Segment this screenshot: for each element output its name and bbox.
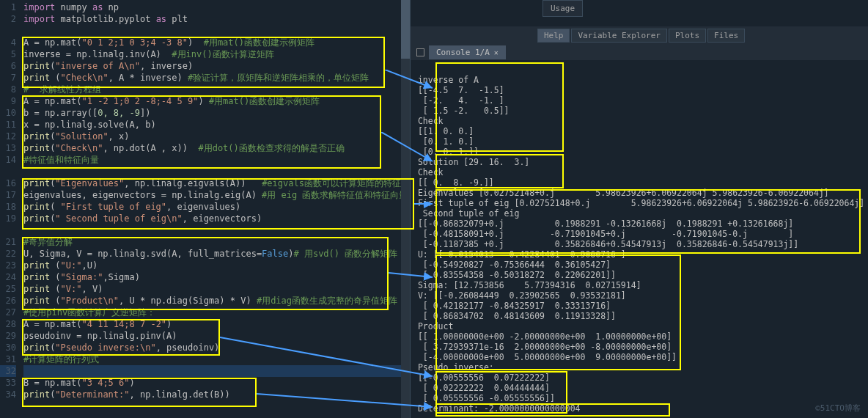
editor-pane: 1245678910111213141617181921222324252627… — [0, 0, 411, 418]
tab-plots[interactable]: Plots — [669, 29, 706, 43]
tab-help[interactable]: Help — [537, 29, 570, 43]
panel-tabs: Help Variable Explorer Plots Files — [411, 26, 868, 44]
watermark: ©51CTO博客 — [815, 403, 861, 414]
console-output[interactable]: inverse of A [[-4.5 7. -1.5] [-2. 4. -1.… — [411, 60, 868, 418]
code-content[interactable]: import numpy as np import matplotlib.pyp… — [21, 1, 410, 400]
usage-label: Usage — [542, 0, 583, 17]
tab-variable-explorer[interactable]: Variable Explorer — [571, 29, 667, 43]
line-gutter: 1245678910111213141617181921222324252627… — [0, 1, 21, 400]
console-tabbar: Console 1/A✕ — [411, 44, 868, 60]
console-restore-icon[interactable] — [416, 48, 424, 56]
tab-files[interactable]: Files — [707, 29, 745, 43]
console-tab[interactable]: Console 1/A✕ — [429, 45, 506, 59]
editor-scrollbar[interactable] — [401, 0, 410, 418]
close-icon[interactable]: ✕ — [494, 48, 499, 56]
right-pane: Help Variable Explorer Plots Files Conso… — [411, 0, 868, 418]
